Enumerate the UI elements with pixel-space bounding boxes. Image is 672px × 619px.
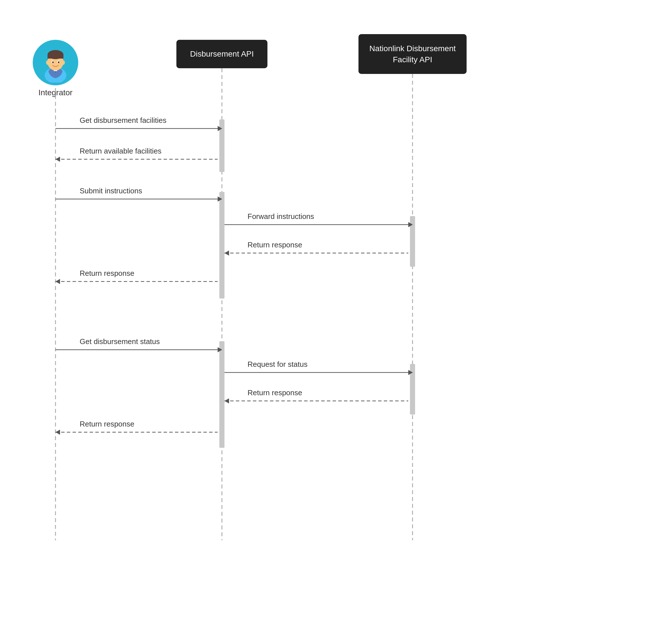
sequence-diagram: Integrator Disbursement API Nationlink D… <box>0 0 672 619</box>
msg10-label: Return response <box>80 420 134 428</box>
svg-rect-15 <box>219 120 225 172</box>
msg1-label: Get disbursement facilities <box>80 116 167 125</box>
msg2-label: Return available facilities <box>80 147 162 155</box>
svg-marker-29 <box>225 251 229 256</box>
msg6-label: Return response <box>80 269 134 278</box>
msg9-label: Return response <box>248 389 302 397</box>
msg8-label: Request for status <box>248 360 308 369</box>
msg4-label: Forward instructions <box>248 212 314 221</box>
msg7-label: Get disbursement status <box>80 337 160 346</box>
msg3-label: Submit instructions <box>80 187 142 195</box>
svg-marker-37 <box>225 398 229 404</box>
svg-marker-39 <box>56 430 60 435</box>
svg-rect-16 <box>219 192 225 298</box>
svg-marker-23 <box>56 157 60 162</box>
svg-marker-31 <box>56 279 60 284</box>
svg-rect-18 <box>219 341 225 448</box>
diagram-svg <box>0 0 672 619</box>
msg5-label: Return response <box>248 240 302 249</box>
